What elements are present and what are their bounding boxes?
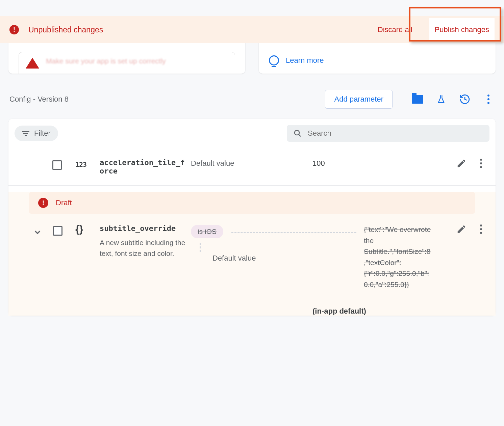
draft-block: ! Draft {} subtitle_override A new subti… <box>8 192 496 316</box>
publish-changes-button[interactable]: Publish changes <box>435 25 489 34</box>
folder-icon[interactable] <box>411 93 424 105</box>
search-input[interactable] <box>308 129 483 138</box>
filter-icon <box>22 131 29 136</box>
add-parameter-button[interactable]: Add parameter <box>325 90 393 109</box>
parameter-name: subtitle_override <box>100 224 187 233</box>
banner-title: Unpublished changes <box>28 25 374 34</box>
parameter-description: A new subtitle including the text, font … <box>100 237 187 259</box>
edit-icon[interactable] <box>456 158 467 168</box>
setup-warning-text: Make sure your app is set up correctly <box>46 57 166 65</box>
condition-chip: is iOS <box>191 225 223 238</box>
row-checkbox[interactable] <box>53 226 62 236</box>
default-value-label: Default value <box>212 254 256 263</box>
learn-more-link[interactable]: Learn more <box>286 56 324 65</box>
in-app-default-value: (in-app default) <box>312 307 366 316</box>
warning-triangle-icon <box>26 58 39 69</box>
draft-label: Draft <box>56 198 72 207</box>
filter-button[interactable]: Filter <box>15 126 58 141</box>
row-more-icon[interactable] <box>480 159 482 168</box>
alert-icon: ! <box>9 25 19 34</box>
draft-badge: ! Draft <box>29 192 475 214</box>
draft-alert-icon: ! <box>38 198 48 208</box>
row-more-icon[interactable] <box>480 224 482 234</box>
number-type-icon: 123 <box>75 160 86 168</box>
edit-icon[interactable] <box>456 224 467 234</box>
discard-all-button[interactable]: Discard all <box>374 23 416 37</box>
default-value-label: Default value <box>191 158 269 168</box>
filter-label: Filter <box>34 129 51 138</box>
dashed-connector <box>200 243 201 252</box>
experiment-flask-icon[interactable] <box>435 93 447 105</box>
svg-point-0 <box>295 130 299 135</box>
config-panel: Filter 123 acceleration_tile_force Defau… <box>8 119 496 316</box>
more-menu-icon[interactable] <box>482 93 495 105</box>
expand-chevron-icon[interactable] <box>33 228 42 238</box>
parameter-row: {} subtitle_override A new subtitle incl… <box>8 218 496 300</box>
svg-line-1 <box>299 134 301 136</box>
search-box[interactable] <box>287 125 489 142</box>
lightbulb-icon <box>269 55 279 65</box>
unpublished-banner: ! Unpublished changes Discard all Publis… <box>0 16 504 43</box>
parameter-row: 123 acceleration_tile_force Default valu… <box>8 148 496 186</box>
parameter-value: 100 <box>312 158 380 168</box>
struck-json-value: {"text":"We overwrote the Subtitle.","fo… <box>364 224 431 290</box>
search-icon <box>294 129 302 138</box>
parameter-name: acceleration_tile_force <box>100 158 187 175</box>
config-version-title: Config - Version 8 <box>9 95 318 104</box>
history-icon[interactable] <box>459 93 471 105</box>
json-type-icon: {} <box>75 223 83 235</box>
dashed-connector <box>231 232 356 233</box>
row-checkbox[interactable] <box>52 160 62 170</box>
